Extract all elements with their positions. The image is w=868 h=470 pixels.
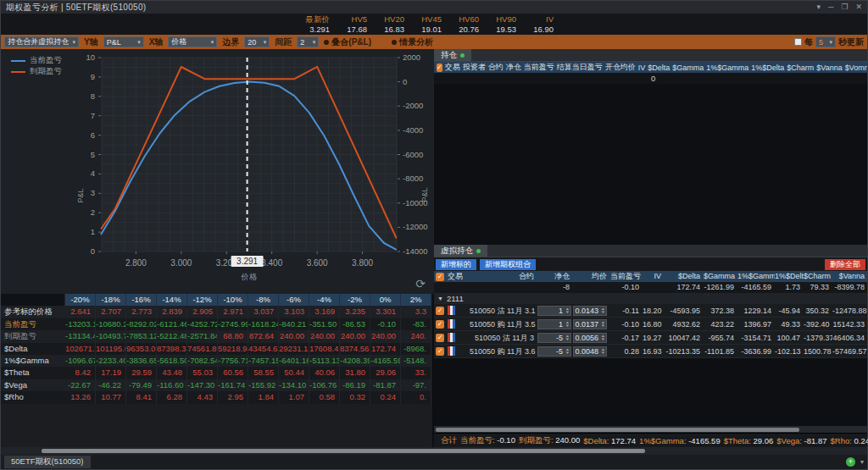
- stepper-arrows[interactable]: ▲▼: [600, 307, 606, 314]
- quantity-stepper[interactable]: -5▲▼: [537, 333, 571, 343]
- virtual-col-header[interactable]: 净仓: [537, 271, 573, 282]
- virtual-col-header[interactable]: $Gamma: [704, 271, 737, 282]
- positions-col-header[interactable]: 交易: [445, 62, 460, 73]
- virtual-col-header[interactable]: 1%$Gamma: [737, 271, 775, 282]
- positions-col-header[interactable]: $Gamma: [672, 64, 704, 72]
- row-checkbox[interactable]: ✓: [436, 334, 444, 342]
- virtual-col-header[interactable]: IV: [643, 271, 665, 282]
- menu-caret-icon[interactable]: ▾: [816, 1, 821, 14]
- stat-item: IV16.90: [516, 14, 554, 35]
- stepper-arrows[interactable]: ▲▼: [600, 348, 606, 355]
- virtual-position-row[interactable]: ✓510050 沽 11月 3-5▲▼0.0056▲▼-0.1719.27100…: [434, 331, 867, 345]
- x-axis-select[interactable]: 价格▾: [168, 36, 217, 47]
- scenario-col-header[interactable]: -8%: [248, 294, 279, 306]
- chevron-down-icon[interactable]: ▾: [860, 458, 864, 466]
- positions-col-header[interactable]: 投资者: [463, 62, 486, 73]
- positions-col-header[interactable]: $Vanna: [816, 64, 842, 72]
- auto-update-checkbox[interactable]: [794, 38, 802, 46]
- trade-flag-icon[interactable]: [448, 306, 455, 315]
- price-stepper[interactable]: 0.0137▲▼: [573, 319, 607, 329]
- scenario-col-header[interactable]: -20%: [65, 294, 96, 306]
- trade-flag-icon[interactable]: [448, 333, 455, 342]
- virtual-group-row[interactable]: ▼ 2111: [434, 293, 867, 304]
- scenario-col-header[interactable]: -16%: [126, 294, 157, 306]
- overlay-radio[interactable]: 叠合(P&L): [324, 36, 371, 48]
- positions-col-header[interactable]: 合约: [488, 62, 504, 73]
- scenario-col-header[interactable]: -10%: [218, 294, 248, 306]
- close-icon[interactable]: ✕: [855, 1, 862, 14]
- collapse-icon[interactable]: ▼: [437, 296, 443, 301]
- row-checkbox[interactable]: ✓: [436, 347, 444, 356]
- positions-col-header[interactable]: $Vomma: [845, 64, 867, 72]
- stepper-arrows[interactable]: ▲▼: [600, 335, 606, 341]
- scenario-col-header[interactable]: 0%: [370, 294, 401, 306]
- stepper-arrows[interactable]: ▲▼: [565, 321, 570, 328]
- virtual-col-header[interactable]: $Delta: [665, 271, 704, 282]
- virtual-position-row[interactable]: ✓510050 购 11月 3.51▲▼0.0137▲▼-0.1016.8049…: [434, 318, 867, 331]
- scenario-col-header[interactable]: -4%: [309, 294, 340, 306]
- price-stepper[interactable]: 0.0143▲▼: [573, 306, 607, 316]
- select-all-checkbox[interactable]: ✓: [436, 273, 444, 281]
- price-stepper[interactable]: 0.0056▲▼: [573, 333, 607, 343]
- positions-col-header[interactable]: $Delta: [648, 64, 670, 72]
- virtual-col-header[interactable]: 合约: [470, 271, 537, 282]
- virtual-cell: 10047.42: [665, 331, 704, 345]
- virtual-col-header[interactable]: 交易: [446, 271, 470, 282]
- maximize-icon[interactable]: ❐: [841, 1, 848, 14]
- row-checkbox[interactable]: ✓: [436, 307, 444, 315]
- virtual-col-header[interactable]: $Charm: [804, 271, 832, 282]
- pnl-chart[interactable]: 当前盈亏到期盈亏 01234567891020000-2000-4000-600…: [1, 49, 432, 294]
- select-all-checkbox[interactable]: ✓: [437, 64, 442, 72]
- virtual-col-header[interactable]: 均价: [573, 271, 610, 282]
- position-mode-select[interactable]: 持仓合并虚拟持仓▾: [4, 36, 79, 47]
- minimize-icon[interactable]: ─: [828, 1, 833, 14]
- trade-flag-icon[interactable]: [448, 346, 455, 356]
- virtual-col-header[interactable]: 1%$Delta: [775, 271, 804, 282]
- virtual-position-row[interactable]: ✓510050 沽 11月 3.11▲▼0.0143▲▼-0.1118.20-4…: [434, 304, 867, 318]
- quantity-stepper[interactable]: 1▲▼: [537, 319, 571, 329]
- scenario-col-header[interactable]: -2%: [340, 294, 370, 306]
- scenario-row-label: $Theta: [1, 367, 65, 379]
- scenario-radio[interactable]: 情景分析: [392, 36, 433, 48]
- quantity-stepper[interactable]: -5▲▼: [537, 346, 571, 357]
- virtual-table-hscrollbar[interactable]: [434, 426, 867, 433]
- virtual-col-header[interactable]: ✓: [434, 271, 446, 282]
- boundary-select[interactable]: 20▾: [244, 36, 270, 47]
- quantity-stepper[interactable]: 1▲▼: [537, 306, 571, 316]
- update-interval-select[interactable]: 5▾: [815, 36, 836, 47]
- scenario-col-header[interactable]: -12%: [187, 294, 218, 306]
- positions-col-header[interactable]: IV: [638, 64, 646, 72]
- scenario-col-header[interactable]: -6%: [279, 294, 309, 306]
- add-underlying-button[interactable]: 新增标的: [436, 259, 476, 270]
- positions-col-header[interactable]: 净仓: [506, 62, 521, 73]
- virtual-col-header[interactable]: $Vanna: [832, 271, 868, 282]
- refresh-icon[interactable]: ⟳: [415, 277, 426, 290]
- positions-col-header[interactable]: 当前盈亏: [524, 62, 554, 73]
- add-option-combo-button[interactable]: 新增期权组合: [480, 259, 536, 270]
- tab-50etf-option[interactable]: 50ETF期权(510050): [4, 456, 91, 468]
- window-hscrollbar[interactable]: [1, 447, 867, 455]
- stepper-arrows[interactable]: ▲▼: [565, 307, 570, 314]
- tab-virtual-positions[interactable]: 虚拟持仓: [434, 245, 487, 257]
- virtual-position-row[interactable]: ✓510050 购 11月 3.6-5▲▼0.0048▲▼0.2816.93-1…: [434, 345, 867, 358]
- positions-col-header[interactable]: 1%$Gamma: [706, 64, 748, 72]
- stepper-arrows[interactable]: ▲▼: [565, 335, 570, 341]
- positions-col-header[interactable]: 开仓均价: [605, 62, 636, 73]
- interval-select[interactable]: 2▾: [297, 36, 319, 47]
- virtual-col-header[interactable]: 当前盈亏: [610, 271, 643, 282]
- scenario-col-header[interactable]: -18%: [96, 294, 126, 306]
- scenario-col-header[interactable]: -14%: [157, 294, 187, 306]
- price-stepper[interactable]: 0.0048▲▼: [573, 346, 607, 357]
- delete-all-button[interactable]: 删除全部: [825, 259, 865, 270]
- y-axis-select[interactable]: P&L▾: [103, 36, 144, 47]
- scenario-col-header[interactable]: 2%: [401, 294, 431, 306]
- positions-col-header[interactable]: $Charm: [787, 64, 814, 72]
- add-tab-icon[interactable]: +: [846, 457, 855, 467]
- positions-col-header[interactable]: 1%$Delta: [751, 64, 784, 72]
- trade-flag-icon[interactable]: [448, 319, 455, 329]
- row-checkbox[interactable]: ✓: [436, 320, 444, 329]
- stepper-arrows[interactable]: ▲▼: [600, 321, 606, 328]
- tab-positions[interactable]: 持仓: [434, 49, 471, 61]
- stepper-arrows[interactable]: ▲▼: [565, 348, 570, 355]
- positions-col-header[interactable]: 结算当日盈亏: [557, 62, 603, 73]
